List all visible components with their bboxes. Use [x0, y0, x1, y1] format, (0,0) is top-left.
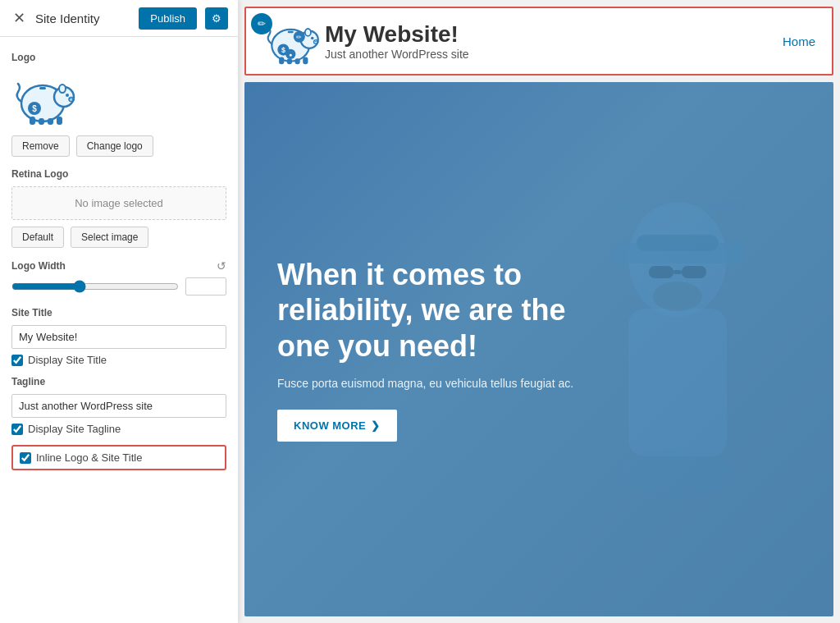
display-tagline-checkbox[interactable] [11, 424, 23, 435]
nav-home-link[interactable]: Home [783, 34, 815, 48]
know-more-label: KNOW MORE [294, 419, 366, 432]
logo-icon-box: $ [11, 70, 77, 127]
piggy-bank-icon: $ [11, 71, 77, 126]
display-site-title-label: Display Site Title [28, 354, 107, 366]
svg-rect-9 [39, 118, 44, 125]
slider-container [11, 277, 226, 295]
svg-rect-34 [637, 235, 719, 251]
pencil-icon: ✏ [258, 18, 266, 30]
change-logo-button[interactable]: Change logo [76, 135, 153, 157]
svg-rect-35 [628, 309, 727, 456]
publish-button[interactable]: Publish [139, 7, 197, 30]
display-site-title-row: Display Site Title [11, 354, 226, 366]
tagline-section: Tagline Display Site Tagline [11, 376, 226, 435]
svg-rect-11 [57, 117, 62, 125]
display-site-title-checkbox[interactable] [11, 355, 23, 366]
svg-rect-38 [682, 266, 706, 278]
preview-site-title: My Website! [325, 21, 469, 48]
logo-width-label: Logo Width [11, 260, 66, 272]
sidebar-header: ✕ Site Identity Publish ⚙ [0, 0, 238, 37]
svg-point-21 [316, 41, 317, 42]
sidebar: ✕ Site Identity Publish ⚙ Logo [0, 0, 238, 623]
main-preview: ✏ $ ✏ [238, 0, 840, 623]
arrow-icon: ❯ [371, 419, 381, 432]
close-button[interactable]: ✕ [10, 6, 29, 30]
logo-area: $ [11, 70, 226, 127]
svg-rect-23 [287, 58, 292, 64]
svg-rect-39 [673, 270, 682, 274]
svg-point-6 [70, 98, 71, 100]
inline-logo-row: Inline Logo & Site Title [11, 445, 226, 470]
hero-title: When it comes to reliability, we are the… [277, 257, 622, 364]
logo-width-slider[interactable] [11, 280, 179, 293]
display-tagline-row: Display Site Tagline [11, 423, 226, 435]
svg-point-20 [315, 41, 316, 42]
edit-overlay-button[interactable]: ✏ [251, 13, 272, 34]
sidebar-content: Logo [0, 37, 238, 623]
tagline-label: Tagline [11, 376, 226, 387]
site-title-input[interactable] [11, 325, 226, 349]
site-header-preview: ✏ $ ✏ [244, 7, 833, 76]
logo-width-header: Logo Width ↺ [11, 259, 226, 273]
gear-icon: ⚙ [212, 12, 221, 25]
display-tagline-label: Display Site Tagline [28, 423, 121, 435]
svg-point-4 [66, 94, 69, 97]
svg-rect-37 [649, 266, 673, 278]
retina-logo-buttons: Default Select image [11, 227, 226, 248]
svg-rect-10 [48, 118, 53, 125]
svg-rect-25 [303, 57, 308, 64]
no-image-box: No image selected [11, 186, 226, 220]
svg-text:✏: ✏ [296, 34, 302, 41]
inline-logo-checkbox[interactable] [20, 452, 31, 464]
svg-text:●: ● [289, 52, 292, 57]
site-title-section: Site Title Display Site Title [11, 307, 226, 366]
svg-rect-24 [295, 58, 300, 64]
logo-buttons: Remove Change logo [11, 135, 226, 157]
tagline-input[interactable] [11, 394, 226, 418]
svg-point-7 [71, 98, 73, 100]
logo-width-section: Logo Width ↺ [11, 259, 226, 295]
remove-logo-button[interactable]: Remove [11, 135, 70, 157]
retina-logo-label: Retina Logo [11, 168, 226, 180]
close-icon: ✕ [13, 10, 25, 26]
site-logo-preview: $ ✏ ● My Website! Just another WordPress… [262, 16, 469, 66]
svg-point-18 [311, 37, 314, 40]
svg-text:$: $ [32, 104, 37, 113]
sidebar-title: Site Identity [35, 11, 132, 25]
site-title-group: My Website! Just another WordPress site [325, 21, 469, 61]
hero-content: When it comes to reliability, we are the… [277, 257, 622, 442]
svg-point-16 [305, 29, 311, 36]
svg-point-40 [653, 282, 702, 311]
svg-rect-22 [279, 57, 284, 64]
svg-rect-3 [39, 87, 46, 89]
select-image-button[interactable]: Select image [71, 227, 148, 248]
svg-point-2 [59, 85, 66, 93]
refresh-button[interactable]: ↺ [217, 259, 226, 273]
default-button[interactable]: Default [11, 227, 64, 248]
logo-width-input[interactable] [185, 277, 226, 295]
svg-point-36 [620, 448, 735, 497]
svg-rect-8 [30, 117, 35, 125]
gear-button[interactable]: ⚙ [205, 7, 228, 30]
hero-subtitle: Fusce porta euismod magna, eu vehicula t… [277, 377, 622, 390]
svg-rect-17 [288, 31, 294, 34]
inline-logo-label: Inline Logo & Site Title [36, 451, 142, 464]
site-title-label: Site Title [11, 307, 226, 318]
logo-section-label: Logo [11, 52, 226, 63]
preview-site-tagline: Just another WordPress site [325, 48, 469, 61]
hero-section: When it comes to reliability, we are the… [244, 82, 833, 616]
know-more-button[interactable]: KNOW MORE ❯ [277, 410, 397, 442]
svg-text:$: $ [281, 46, 285, 54]
retina-logo-section: Retina Logo No image selected Default Se… [11, 168, 226, 248]
